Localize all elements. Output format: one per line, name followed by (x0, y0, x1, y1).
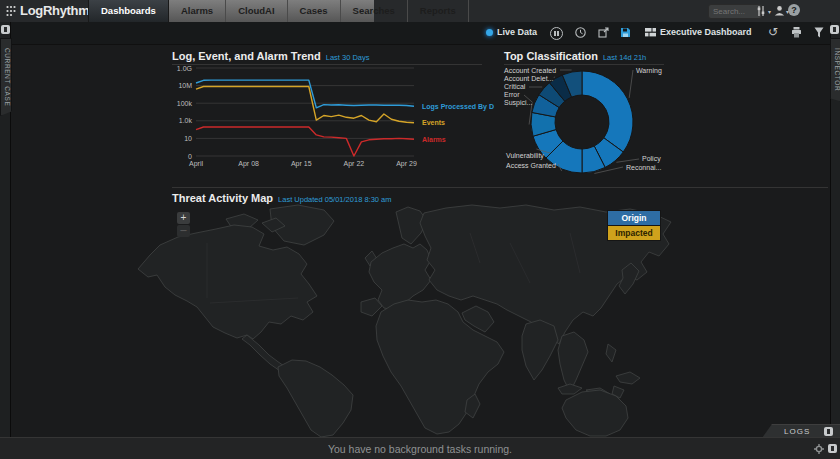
expand-current-case-icon[interactable] (1, 25, 10, 34)
preferences-caret-icon[interactable]: ▾ (768, 8, 771, 15)
svg-text:Critical: Critical (504, 83, 526, 90)
dashboard-grid-icon[interactable] (645, 28, 656, 37)
filter-funnel-icon[interactable] (814, 27, 824, 38)
legend-impacted-button[interactable]: Impacted (607, 225, 661, 241)
logo-text: LogRhythm (20, 3, 90, 18)
status-bar: You have no background tasks running. (0, 437, 840, 459)
map-zoom-in-button[interactable]: + (177, 212, 190, 224)
help-icon[interactable]: ? (788, 4, 800, 16)
expand-inspector-icon[interactable] (830, 25, 839, 34)
logs-expand-icon[interactable] (824, 427, 833, 436)
trend-line-chart: 1.0G10M100k1.0k100AprilApr 08Apr 15Apr 2… (174, 62, 494, 174)
tab-searches[interactable]: Searches (341, 0, 408, 22)
map-section-divider (172, 187, 828, 188)
svg-text:1.0k: 1.0k (179, 117, 193, 124)
top-nav-bar: LogRhythm ® Dashboards Alarms CloudAI Ca… (0, 0, 840, 23)
svg-text:Apr 15: Apr 15 (291, 160, 312, 168)
trend-section-title: Log, Event, and Alarm TrendLast 30 Days (172, 50, 370, 62)
logs-panel-tab[interactable]: LOGS (762, 424, 840, 438)
trend-title-text: Log, Event, and Alarm Trend (172, 50, 321, 62)
live-data-label: Live Data (497, 27, 537, 37)
pop-out-icon[interactable] (598, 27, 609, 38)
print-icon[interactable] (791, 27, 802, 38)
svg-text:Apr 29: Apr 29 (396, 160, 417, 168)
svg-text:Account Delet...: Account Delet... (504, 75, 553, 82)
tab-alarms[interactable]: Alarms (169, 0, 226, 22)
save-dashboard-icon[interactable] (620, 27, 631, 38)
svg-text:Logs Processed By DPs: Logs Processed By DPs (422, 103, 494, 111)
logo-dots-icon (6, 5, 16, 17)
svg-text:Events: Events (422, 119, 445, 126)
preferences-sliders-icon[interactable] (756, 6, 766, 16)
svg-text:Policy: Policy (642, 155, 661, 163)
svg-text:Vulnerability: Vulnerability (506, 152, 544, 160)
pause-icon[interactable] (550, 27, 563, 40)
current-case-tab[interactable]: CURRENT CASE (0, 38, 12, 116)
map-zoom-out-button[interactable]: − (177, 225, 190, 237)
tab-dashboards[interactable]: Dashboards (88, 0, 169, 24)
live-data-indicator-icon (486, 29, 493, 36)
tab-cloudai[interactable]: CloudAI (226, 0, 287, 22)
svg-text:Warning: Warning (636, 67, 662, 75)
background-tasks-status: You have no background tasks running. (0, 438, 840, 459)
svg-text:Alarms: Alarms (422, 136, 446, 143)
svg-text:Apr 22: Apr 22 (344, 160, 365, 168)
statusbar-panel-icon[interactable] (828, 444, 837, 453)
gear-icon[interactable] (814, 444, 824, 454)
legend-origin-button[interactable]: Origin (607, 210, 661, 226)
svg-text:10M: 10M (178, 82, 192, 89)
inspector-tab[interactable]: INSPECTOR (830, 38, 840, 102)
svg-text:0: 0 (188, 153, 192, 160)
svg-text:1.0G: 1.0G (177, 65, 192, 72)
user-icon[interactable] (774, 5, 785, 16)
svg-text:Error: Error (504, 91, 520, 98)
threat-activity-map[interactable]: + − Origin Impacted (10, 203, 830, 437)
world-map (10, 203, 830, 437)
svg-text:Suspici...: Suspici... (504, 99, 532, 107)
trend-range-label: Last 30 Days (326, 53, 370, 62)
main-tab-strip: Dashboards Alarms CloudAI Cases Searches… (88, 0, 374, 22)
logrhythm-dashboard: LogRhythm ® Dashboards Alarms CloudAI Ca… (0, 0, 840, 459)
svg-text:April: April (189, 160, 203, 168)
undo-icon[interactable]: ↺ (768, 25, 778, 39)
svg-text:Reconnai...: Reconnai... (626, 164, 661, 171)
dashboard-name-label: Executive Dashboard (660, 27, 752, 37)
classification-donut-chart: WarningPolicyReconnai...Access GrantedVu… (502, 60, 670, 180)
tab-cases[interactable]: Cases (288, 0, 341, 22)
logs-tab-label: LOGS (784, 427, 810, 436)
svg-text:Access Granted: Access Granted (506, 162, 556, 169)
svg-text:10: 10 (184, 135, 192, 142)
tab-reports[interactable]: Reports (408, 0, 469, 22)
svg-text:100k: 100k (177, 100, 193, 107)
clock-icon[interactable] (575, 27, 586, 38)
svg-text:Apr 08: Apr 08 (238, 160, 259, 168)
search-input[interactable] (708, 4, 762, 19)
svg-text:Account Created: Account Created (504, 67, 556, 74)
logrhythm-logo: LogRhythm ® (6, 3, 97, 18)
